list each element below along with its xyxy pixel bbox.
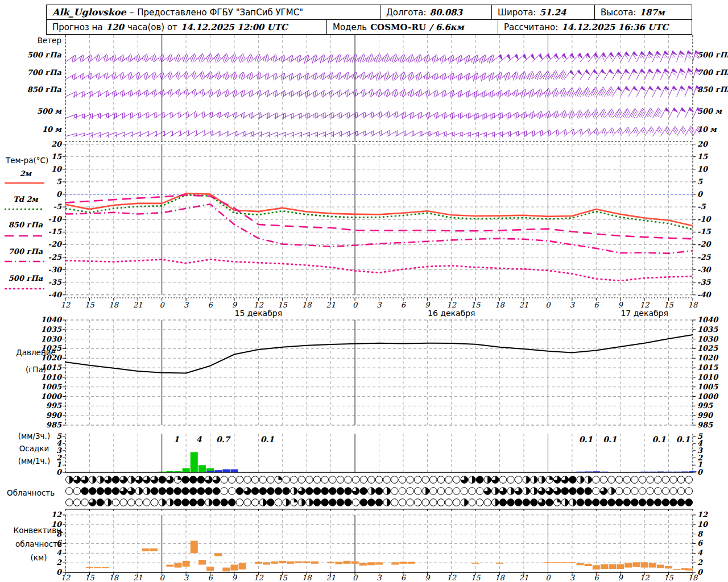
bottom-hour-label: 12 — [254, 573, 263, 582]
convective-tick-label-left: 2 — [56, 558, 62, 567]
bottom-hour-label: 6 — [208, 573, 213, 582]
cloud-cover-circle — [476, 488, 483, 495]
wind-barb — [628, 86, 634, 97]
cloud-cover-fill — [375, 499, 383, 506]
wind-barb — [613, 127, 623, 136]
temp-tick-label-left: -25 — [48, 253, 62, 261]
cloud-cover-fill — [167, 488, 174, 495]
cloud-cover-fill — [131, 476, 135, 484]
meteogram-chart: Ветер500 гПа500 гПа700 гПа700 гПа850 гПа… — [0, 0, 728, 582]
cloud-cover-fill — [329, 499, 336, 506]
cloud-cover-fill — [526, 488, 530, 495]
convective-cloud-bar — [568, 562, 576, 563]
convective-tick-label-right: 6 — [697, 539, 704, 547]
cloud-cover-circle — [623, 488, 631, 495]
wind-barb — [275, 113, 286, 119]
wind-barb — [283, 113, 293, 119]
wind-barb — [652, 127, 662, 136]
wind-barb — [460, 90, 470, 98]
cloud-cover-circle — [73, 499, 81, 506]
cloud-cover-circle — [375, 476, 383, 484]
cloud-cover-fill — [573, 499, 576, 506]
temp-tick-label-left: -20 — [48, 240, 63, 248]
wind-barb — [652, 86, 658, 97]
temp-tick-label-right: -30 — [697, 265, 712, 274]
legend-label-td2m: Td 2м — [13, 195, 39, 203]
wind-barb — [250, 132, 261, 138]
convective-cloud-bar — [472, 563, 479, 564]
cloud-cover-circle — [631, 476, 639, 484]
cloud-cover-circle — [81, 499, 89, 506]
cloud-cover-circle — [127, 499, 135, 506]
bottom-hour-label: 15 — [85, 573, 94, 582]
precip-sum-label: 0.7 — [216, 435, 231, 444]
cloud-cover-fill — [487, 476, 491, 484]
temp-hour-label: 0 — [545, 301, 551, 309]
wind-barb — [444, 132, 454, 138]
cloud-cover-circle — [445, 476, 453, 484]
temp-hour-label: 15 — [85, 301, 94, 309]
temp-hour-label: 6 — [401, 301, 407, 309]
cloud-cover-circle — [259, 476, 267, 484]
wind-barb — [613, 86, 619, 97]
pressure-tick-label-right: 1040 — [697, 315, 719, 324]
cloud-cover-circle — [677, 488, 685, 495]
legend-label-t500: 500 гПа — [9, 274, 43, 282]
wind-barb — [460, 113, 470, 119]
cloud-cover-fill — [523, 499, 530, 506]
wind-barb — [500, 113, 511, 120]
date-label: 16 декабря — [428, 309, 475, 318]
cloud-cover-circle — [360, 476, 367, 484]
cloud-cover-circle — [66, 499, 73, 506]
convective-cloud-bar — [375, 562, 383, 564]
convective-title-2: облачность — [15, 539, 62, 548]
cloud-cover-fill — [507, 499, 515, 506]
temp-hour-label: 18 — [109, 301, 119, 309]
cloud-cover-circle — [407, 476, 414, 484]
convective-cloud-bar — [552, 562, 560, 563]
wind-barb — [283, 73, 293, 81]
pressure-title-1: Давление — [16, 348, 56, 357]
pressure-tick-label-right: 1005 — [697, 383, 718, 391]
temp-tick-label-left: 0 — [56, 190, 63, 198]
wind-barb — [444, 90, 454, 98]
temp-hour-label: 3 — [184, 301, 189, 309]
convective-cloud-bar — [673, 569, 680, 570]
temp-tick-label-right: -20 — [697, 240, 712, 248]
wind-barb — [572, 88, 582, 97]
precip-bar-mixed — [657, 471, 664, 472]
cloud-cover-fill — [588, 476, 592, 484]
wind-barb — [275, 132, 286, 138]
cloud-cover-fill — [631, 499, 639, 506]
cloud-cover-fill — [228, 499, 235, 506]
convective-tick-label-right: 8 — [697, 530, 704, 538]
precip-bar-mixed — [263, 472, 270, 472]
cloud-cover-fill — [499, 499, 507, 506]
convective-title-3: (км) — [31, 553, 47, 562]
cloud-cover-circle — [430, 488, 437, 495]
wind-barb — [677, 126, 686, 136]
cloud-cover-circle — [112, 499, 119, 506]
cloud-cover-circle — [507, 476, 515, 484]
convective-cloud-bar — [303, 562, 311, 563]
pressure-tick-label-right: 990 — [697, 411, 714, 419]
wind-barb — [677, 107, 682, 118]
temp-tick-label-right: -15 — [697, 227, 711, 236]
temp-hour-label: 21 — [519, 301, 529, 309]
cloud-cover-circle — [437, 488, 445, 495]
convective-cloud-bar — [577, 563, 584, 565]
convective-cloud-bar — [560, 562, 568, 563]
bottom-hour-label: 15 — [471, 573, 481, 582]
cloud-cover-circle — [143, 499, 151, 506]
wind-barb — [628, 109, 638, 119]
wind-level-label-left: 500 м — [37, 107, 63, 115]
cloud-cover-fill — [159, 488, 166, 495]
wind-barb — [299, 90, 309, 98]
pressure-title-2: (гПа) — [26, 365, 46, 374]
cloud-cover-fill — [259, 488, 267, 495]
cloud-cover-circle — [228, 488, 235, 495]
wind-barb — [604, 87, 614, 97]
precip-title-1: (мм/3ч.) — [18, 431, 50, 440]
cloud-cover-circle — [383, 476, 391, 484]
cloud-cover-fill — [321, 488, 329, 495]
